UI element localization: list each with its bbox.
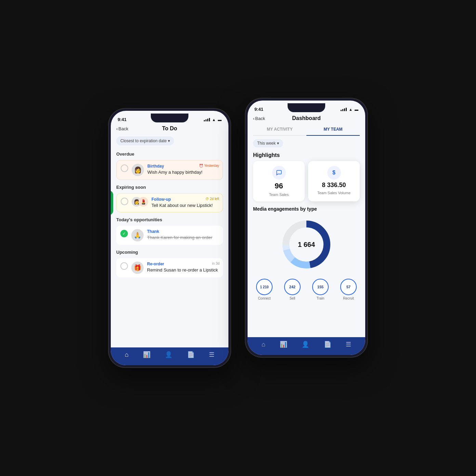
- page-title-right: Dashboard: [292, 115, 321, 121]
- task-badge-2d: ⏱ 2d left: [206, 197, 219, 201]
- wifi-icon: ▲: [212, 118, 216, 122]
- back-button-left[interactable]: ‹ Back: [116, 126, 128, 131]
- status-icons-left: ▲ ▬: [204, 118, 222, 122]
- donut-chart: 1 664: [279, 217, 334, 272]
- task-avatar-susan: 🎁: [131, 262, 144, 274]
- chevron-down-icon: ▾: [168, 138, 170, 143]
- tab-bar-right: ⌂ 📊 👤 📄 ☰: [248, 337, 365, 355]
- tab-my-activity[interactable]: MY ACTIVITY: [253, 123, 306, 135]
- highlights-title: Highlights: [248, 149, 365, 161]
- task-radio-followup[interactable]: [121, 198, 128, 205]
- sales-icon-circle: [272, 166, 286, 180]
- phone-content-right[interactable]: MY ACTIVITY MY TEAM This week ▾ Highligh…: [248, 123, 365, 337]
- right-phone: 9:41 ▲ ▬ ‹ Back Dash: [245, 98, 368, 358]
- section-upcoming-label: Upcoming: [111, 246, 228, 257]
- left-phone: 9:41 ▲ ▬ ‹ Back To D: [108, 108, 231, 368]
- phone-notch-right: [288, 103, 325, 112]
- time-right: 9:41: [254, 107, 263, 112]
- stat-label-connect: Connect: [258, 296, 270, 300]
- time-left: 9:41: [118, 117, 127, 122]
- tab-menu-right[interactable]: ☰: [346, 341, 351, 348]
- task-card-reorder[interactable]: 🎁 Re-order Remind Susan to re-order a Li…: [116, 258, 223, 277]
- scene: 9:41 ▲ ▬ ‹ Back To D: [50, 84, 426, 392]
- timer-icon: ⏱: [206, 197, 209, 201]
- volume-icon-circle: $: [327, 166, 341, 180]
- complete-overlay[interactable]: ✓ Complete: [111, 191, 113, 215]
- section-today-label: Today's opportunities: [111, 214, 228, 224]
- back-button-right[interactable]: ‹ Back: [253, 116, 265, 121]
- section-overdue-label: Overdue: [111, 148, 228, 159]
- tab-strip: MY ACTIVITY MY TEAM: [253, 123, 360, 136]
- task-card-followup[interactable]: ✓ Complete 👩 💄 Follow-up Tell Kat about …: [116, 193, 223, 212]
- donut-container: 1 664: [248, 214, 365, 275]
- tab-home-right[interactable]: ⌂: [262, 341, 265, 348]
- wifi-icon-right: ▲: [349, 107, 353, 111]
- filter-chip[interactable]: Closest to expiration date ▾: [116, 136, 174, 145]
- phone-notch: [151, 114, 188, 122]
- battery-icon-right: ▬: [355, 107, 358, 111]
- task-desc-followup: Tell Kat about our new Lipstick!: [151, 202, 219, 209]
- team-volume-value: 8 336.50: [322, 182, 346, 189]
- tab-menu-left[interactable]: ☰: [209, 351, 214, 358]
- chevron-left-icon-right: ‹: [253, 116, 254, 121]
- team-volume-label: Team Sales Volume: [317, 191, 351, 195]
- task-body-reorder: Re-order Remind Susan to re-order a Lips…: [147, 262, 219, 273]
- team-sales-value: 96: [275, 182, 283, 190]
- task-desc-thank: Thank Karen for making an order: [147, 235, 219, 241]
- highlights-grid: 96 Team Sales $ 8 336.50 Team Sales Volu…: [248, 161, 365, 201]
- tab-doc-right[interactable]: 📄: [324, 341, 331, 348]
- task-radio-reorder[interactable]: [120, 262, 128, 270]
- task-body-thank: Thank Thank Karen for making an order: [147, 229, 219, 241]
- task-badge-3d: in 3d: [212, 262, 220, 265]
- signal-icon: [204, 118, 210, 121]
- stat-label-train: Train: [317, 296, 324, 300]
- tab-person-right[interactable]: 👤: [302, 341, 309, 348]
- media-title: Media engagements by type: [248, 201, 365, 214]
- nav-header-right: ‹ Back Dashboard: [248, 113, 365, 123]
- dollar-icon: $: [332, 170, 335, 176]
- tab-person-left[interactable]: 👤: [165, 351, 172, 358]
- stat-circle-connect: 1 210: [256, 279, 273, 295]
- tab-doc-left[interactable]: 📄: [187, 351, 195, 358]
- donut-total-label: 1 664: [298, 241, 315, 249]
- tab-chart-left[interactable]: 📊: [143, 351, 150, 358]
- stat-circle-recruit: 57: [340, 279, 357, 295]
- filter-bar: Closest to expiration date ▾: [111, 134, 228, 148]
- task-avatar-product: 💄: [138, 197, 148, 207]
- stats-row: 1 210 Connect 242 Sell 155: [248, 275, 365, 304]
- stat-label-sell: Sell: [290, 296, 295, 300]
- task-badge-yesterday: ⏰ Yesterday: [199, 164, 219, 168]
- stat-recruit: 57 Recruit: [340, 279, 357, 300]
- tab-home-left[interactable]: ⌂: [125, 351, 129, 358]
- phone-content-left[interactable]: Closest to expiration date ▾ Overdue 👩 B…: [111, 134, 228, 347]
- team-sales-label: Team Sales: [269, 193, 289, 197]
- stat-train: 155 Train: [312, 279, 329, 300]
- task-type-reorder: Re-order: [147, 262, 219, 266]
- chevron-down-icon-right: ▾: [277, 141, 279, 146]
- task-desc-birthday: Wish Amy a happy birthday!: [147, 169, 219, 175]
- tab-chart-right[interactable]: 📊: [280, 341, 287, 348]
- week-filter[interactable]: This week ▾: [253, 139, 283, 147]
- page-title-left: To Do: [162, 125, 177, 132]
- highlight-card-volume: $ 8 336.50 Team Sales Volume: [308, 161, 360, 201]
- signal-icon-right: [341, 108, 347, 111]
- tab-my-team[interactable]: MY TEAM: [306, 123, 360, 135]
- avatar-group: 👩 💄: [132, 197, 148, 207]
- stat-sell: 242 Sell: [284, 279, 301, 300]
- task-radio-thank[interactable]: ✓: [120, 230, 128, 237]
- stat-circle-train: 155: [312, 279, 329, 295]
- nav-header-left: ‹ Back To Do: [111, 123, 228, 134]
- section-expiring-label: Expiring soon: [111, 181, 228, 192]
- task-avatar-amy: 👩: [132, 164, 144, 176]
- stat-connect: 1 210 Connect: [256, 279, 273, 300]
- task-radio-birthday[interactable]: [121, 164, 128, 172]
- task-card-birthday[interactable]: 👩 Birthday Wish Amy a happy birthday! ⏰ …: [116, 160, 223, 180]
- battery-icon: ▬: [218, 118, 222, 122]
- clock-icon: ⏰: [199, 164, 203, 168]
- task-card-thank[interactable]: ✓ 🙏 Thank Thank Karen for making an orde…: [116, 226, 223, 245]
- task-type-thank: Thank: [147, 229, 219, 234]
- task-avatar-karen: 🙏: [131, 229, 144, 241]
- task-desc-reorder: Remind Susan to re-order a Lipstick: [147, 267, 219, 273]
- tab-bar-left: ⌂ 📊 👤 📄 ☰: [111, 347, 228, 365]
- highlight-card-sales: 96 Team Sales: [253, 161, 305, 201]
